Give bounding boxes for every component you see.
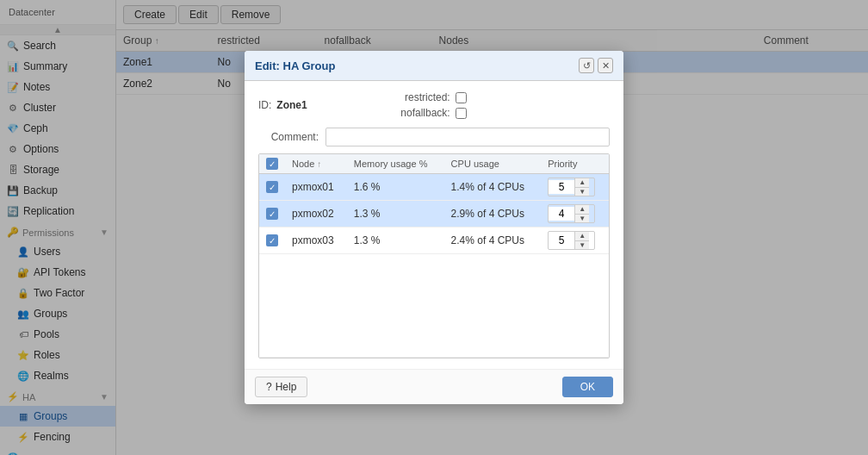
spin-buttons: ▲ ▼ bbox=[574, 205, 589, 222]
help-label: Help bbox=[276, 381, 297, 393]
spin-up[interactable]: ▲ bbox=[575, 178, 589, 187]
question-icon: ? bbox=[266, 381, 272, 393]
spin-down[interactable]: ▼ bbox=[575, 240, 589, 249]
cell-memory: 1.6 % bbox=[347, 174, 444, 201]
spin-up[interactable]: ▲ bbox=[575, 205, 589, 214]
modal-refresh-button[interactable]: ↺ bbox=[579, 58, 594, 73]
cell-cpu: 2.9% of 4 CPUs bbox=[444, 201, 542, 228]
help-button[interactable]: ? Help bbox=[255, 377, 307, 397]
row-checkbox[interactable]: ✓ bbox=[266, 208, 278, 220]
modal-close-button[interactable]: ✕ bbox=[598, 58, 613, 73]
comment-input[interactable] bbox=[326, 128, 610, 146]
modal-header: Edit: HA Group ↺ ✕ bbox=[245, 51, 623, 81]
spin-buttons: ▲ ▼ bbox=[574, 232, 589, 249]
node-table: ✓ Node ↑ Memory usage % CPU usage Priori… bbox=[259, 154, 609, 358]
modal-title: Edit: HA Group bbox=[255, 59, 335, 72]
select-all-checkbox[interactable]: ✓ bbox=[266, 158, 278, 170]
priority-input-2[interactable]: 5 bbox=[549, 234, 574, 247]
cell-node: pxmox02 bbox=[285, 201, 347, 228]
cell-memory: 1.3 % bbox=[347, 201, 444, 228]
modal-header-actions: ↺ ✕ bbox=[579, 58, 613, 73]
cell-node: pxmox01 bbox=[285, 174, 347, 201]
node-sort-arrow: ↑ bbox=[317, 159, 321, 169]
id-label: ID: bbox=[258, 99, 271, 111]
cell-cpu: 1.4% of 4 CPUs bbox=[444, 174, 542, 201]
modal-overlay: Edit: HA Group ↺ ✕ ID: Zone1 restricted: bbox=[0, 0, 868, 455]
nofallback-checkbox[interactable] bbox=[456, 108, 467, 119]
col-check: ✓ bbox=[259, 154, 285, 174]
nofallback-label: nofallback: bbox=[390, 107, 450, 119]
col-cpu[interactable]: CPU usage bbox=[444, 154, 542, 174]
spin-buttons: ▲ ▼ bbox=[574, 178, 589, 196]
row-checkbox[interactable]: ✓ bbox=[266, 234, 278, 246]
comment-label: Comment: bbox=[258, 131, 319, 143]
priority-spinbox[interactable]: 5 ▲ ▼ bbox=[548, 178, 595, 196]
cell-priority: 5 ▲ ▼ bbox=[541, 174, 609, 201]
cell-node: pxmox03 bbox=[285, 228, 347, 254]
comment-row: Comment: bbox=[258, 128, 610, 146]
spin-up[interactable]: ▲ bbox=[575, 232, 589, 240]
cell-cpu: 2.4% of 4 CPUs bbox=[444, 228, 542, 254]
modal-body: ID: Zone1 restricted: nofallback: Comme bbox=[245, 81, 623, 369]
row-check[interactable]: ✓ bbox=[259, 174, 285, 201]
priority-spinbox[interactable]: 4 ▲ ▼ bbox=[548, 204, 595, 223]
priority-input-0[interactable]: 5 bbox=[549, 180, 574, 194]
row-checkbox[interactable]: ✓ bbox=[266, 181, 278, 193]
restricted-checkbox[interactable] bbox=[456, 92, 467, 103]
node-table-container: ✓ Node ↑ Memory usage % CPU usage Priori… bbox=[258, 153, 610, 358]
cell-priority: 4 ▲ ▼ bbox=[541, 201, 609, 228]
priority-spinbox[interactable]: 5 ▲ ▼ bbox=[548, 231, 595, 250]
node-table-row[interactable]: ✓ pxmox02 1.3 % 2.9% of 4 CPUs 4 ▲ bbox=[259, 201, 609, 228]
priority-input-1[interactable]: 4 bbox=[549, 207, 574, 221]
empty-row bbox=[259, 254, 609, 358]
cell-priority: 5 ▲ ▼ bbox=[541, 228, 609, 254]
col-node[interactable]: Node ↑ bbox=[285, 154, 347, 174]
spin-down[interactable]: ▼ bbox=[575, 214, 589, 222]
row-check[interactable]: ✓ bbox=[259, 201, 285, 228]
row-check[interactable]: ✓ bbox=[259, 228, 285, 254]
ok-button[interactable]: OK bbox=[562, 377, 613, 397]
col-memory[interactable]: Memory usage % bbox=[347, 154, 444, 174]
col-priority[interactable]: Priority bbox=[541, 154, 609, 174]
cell-memory: 1.3 % bbox=[347, 228, 444, 254]
edit-ha-group-modal: Edit: HA Group ↺ ✕ ID: Zone1 restricted: bbox=[245, 51, 623, 404]
id-value: Zone1 bbox=[276, 99, 307, 111]
modal-footer: ? Help OK bbox=[245, 369, 623, 404]
spin-down[interactable]: ▼ bbox=[575, 187, 589, 196]
node-table-row[interactable]: ✓ pxmox01 1.6 % 1.4% of 4 CPUs 5 ▲ bbox=[259, 174, 609, 201]
node-table-row[interactable]: ✓ pxmox03 1.3 % 2.4% of 4 CPUs 5 ▲ bbox=[259, 228, 609, 254]
restricted-label: restricted: bbox=[390, 91, 450, 103]
